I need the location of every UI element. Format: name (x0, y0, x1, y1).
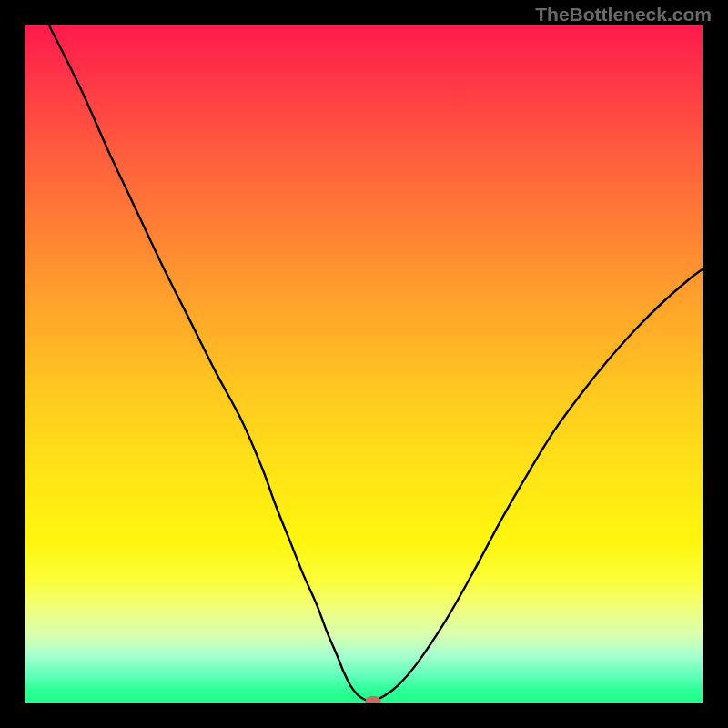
plot-frame (0, 0, 728, 728)
bottleneck-curve (25, 25, 703, 703)
plot-area (25, 25, 703, 703)
optimal-point-marker (365, 696, 380, 703)
watermark-text: TheBottleneck.com (535, 4, 712, 25)
